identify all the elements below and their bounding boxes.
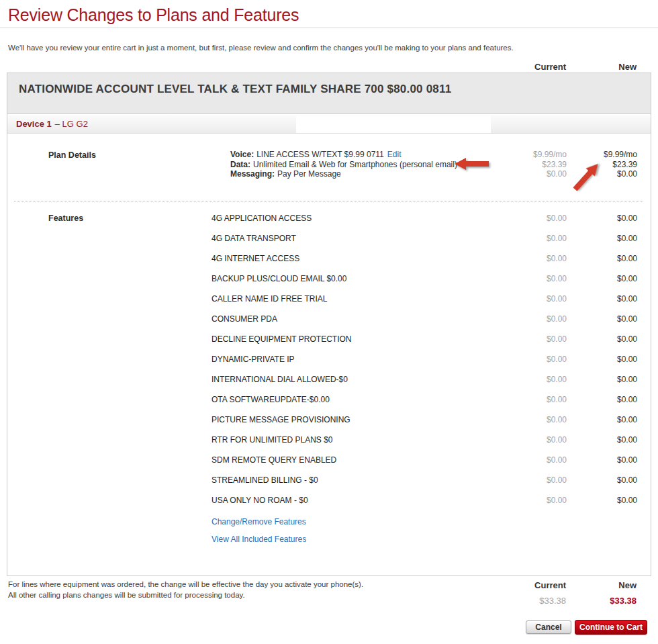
feature-name: STREAMLINED BILLING - $0 [211,475,318,485]
data-plan-arrow-icon [455,158,489,170]
redacted-area [296,116,491,133]
feature-name: BACKUP PLUS/CLOUD EMAIL $0.00 [211,274,346,283]
footer-note-line2: All other calling plans changes will be … [8,591,245,599]
feature-name: PICTURE MESSAGE PROVISIONING [211,415,350,424]
plan-row-voice-text: LINE ACCESS W/TEXT $9.99 0711 [256,150,384,159]
feature-name: 4G INTERNET ACCESS [211,254,299,263]
footer-note-line1: For lines where equipment was ordered, t… [8,580,363,588]
feature-new-value: $0.00 [573,395,637,404]
plan-row-messaging-text: Pay Per Message [277,169,341,179]
current-total: $33.38 [499,596,566,606]
column-header-new: New [576,62,637,72]
feature-row: BACKUP PLUS/CLOUD EMAIL $0.00 $0.00 $0.0… [7,274,651,294]
feature-name: SDM REMOTE QUERY ENABLED [211,455,336,465]
cancel-button[interactable]: Cancel [526,620,571,634]
feature-new-value: $0.00 [573,234,637,243]
plan-messaging-current: $0.00 [500,169,567,179]
plan-details-rows: Voice:LINE ACCESS W/TEXT $9.99 0711Edit … [230,150,457,179]
feature-row: 4G APPLICATION ACCESS $0.00 $0.00 [7,214,651,234]
plan-row-data-label: Data: [230,160,250,169]
feature-new-value: $0.00 [573,375,637,384]
feature-current-value: $0.00 [503,395,567,404]
feature-current-value: $0.00 [503,214,567,223]
page-title: Review Changes to Plans and Features [8,5,299,25]
feature-name: CONSUMER PDA [211,314,277,324]
feature-new-value: $0.00 [573,455,637,465]
footer-new-label: New [576,580,637,590]
intro-text: We'll have you review your entire cart i… [8,44,514,52]
feature-current-value: $0.00 [503,496,567,505]
plan-row-voice: Voice:LINE ACCESS W/TEXT $9.99 0711Edit [230,150,457,160]
feature-name: DECLINE EQUIPMENT PROTECTION [211,334,351,344]
plan-name-header: NATIONWIDE ACCOUNT LEVEL TALK & TEXT FAM… [7,73,651,114]
feature-name: CALLER NAME ID FREE TRIAL [211,294,328,304]
title-divider [0,28,658,28]
feature-row: CONSUMER PDA $0.00 $0.00 [7,314,651,334]
feature-current-value: $0.00 [503,475,567,485]
feature-current-value: $0.00 [503,294,567,304]
feature-row: STREAMLINED BILLING - $0 $0.00 $0.00 [7,475,651,496]
feature-name: OTA SOFTWAREUPDATE-$0.00 [211,395,330,404]
plan-current-values: $9.99/mo $23.39 $0.00 [500,150,567,179]
feature-current-value: $0.00 [503,435,567,445]
feature-name: USA ONLY NO ROAM - $0 [211,496,308,505]
feature-name: 4G DATA TRANSPORT [211,234,296,243]
feature-row: INTERNATIONAL DIAL ALLOWED-$0 $0.00 $0.0… [7,375,651,395]
feature-row: DECLINE EQUIPMENT PROTECTION $0.00 $0.00 [7,334,651,355]
feature-new-value: $0.00 [573,355,637,364]
plan-row-messaging: Messaging:Pay Per Message [230,169,457,179]
feature-row: SDM REMOTE QUERY ENABLED $0.00 $0.00 [7,455,651,475]
dotted-divider [14,201,643,201]
feature-current-value: $0.00 [503,254,567,263]
plan-data-current: $23.39 [500,160,567,170]
feature-row: PICTURE MESSAGE PROVISIONING $0.00 $0.00 [7,415,651,435]
feature-new-value: $0.00 [573,294,637,304]
plan-row-data: Data:Unlimited Email & Web for Smartphon… [230,160,457,170]
plan-data-new: $23.39 [573,160,637,170]
plan-row-messaging-label: Messaging: [230,169,275,179]
feature-current-value: $0.00 [503,375,567,384]
feature-row: 4G INTERNET ACCESS $0.00 $0.00 [7,254,651,274]
feature-name: INTERNATIONAL DIAL ALLOWED-$0 [211,375,348,384]
device-name: – LG G2 [55,119,88,129]
device-label: Device 1 [16,119,52,129]
feature-row: USA ONLY NO ROAM - $0 $0.00 $0.00 [7,496,651,516]
plan-row-voice-label: Voice: [230,150,254,159]
plan-details-label: Plan Details [48,150,96,160]
column-header-current: Current [499,62,566,72]
feature-name: RTR FOR UNLIMITED PLANS $0 [211,435,332,445]
feature-current-value: $0.00 [503,355,567,364]
feature-current-value: $0.00 [503,415,567,424]
view-all-included-features-link[interactable]: View All Included Features [211,535,306,544]
feature-current-value: $0.00 [503,274,567,283]
feature-new-value: $0.00 [573,274,637,283]
plan-voice-new: $9.99/mo [573,150,637,160]
feature-current-value: $0.00 [503,455,567,465]
feature-new-value: $0.00 [573,334,637,344]
edit-voice-link[interactable]: Edit [387,150,402,159]
feature-new-value: $0.00 [573,435,637,445]
feature-name: DYNAMIC-PRIVATE IP [211,355,295,364]
change-remove-features-link[interactable]: Change/Remove Features [211,517,306,526]
feature-current-value: $0.00 [503,234,567,243]
feature-current-value: $0.00 [503,314,567,324]
feature-current-value: $0.00 [503,334,567,344]
feature-row: DYNAMIC-PRIVATE IP $0.00 $0.00 [7,355,651,375]
feature-new-value: $0.00 [573,475,637,485]
plan-voice-current: $9.99/mo [500,150,567,160]
feature-row: RTR FOR UNLIMITED PLANS $0 $0.00 $0.00 [7,435,651,455]
feature-new-value: $0.00 [573,314,637,324]
feature-row: OTA SOFTWAREUPDATE-$0.00 $0.00 $0.00 [7,395,651,415]
continue-to-cart-button[interactable]: Continue to Cart [575,620,647,635]
plan-panel: NATIONWIDE ACCOUNT LEVEL TALK & TEXT FAM… [7,73,651,576]
footer-current-label: Current [499,580,566,590]
feature-name: 4G APPLICATION ACCESS [211,214,312,223]
device-bar: Device 1– LG G2 [7,115,651,134]
new-total: $33.38 [576,596,637,606]
plan-row-data-text: Unlimited Email & Web for Smartphones (p… [253,160,457,169]
feature-new-value: $0.00 [573,214,637,223]
feature-new-value: $0.00 [573,415,637,424]
feature-row: 4G DATA TRANSPORT $0.00 $0.00 [7,234,651,254]
feature-row: CALLER NAME ID FREE TRIAL $0.00 $0.00 [7,294,651,314]
feature-new-value: $0.00 [573,496,637,505]
